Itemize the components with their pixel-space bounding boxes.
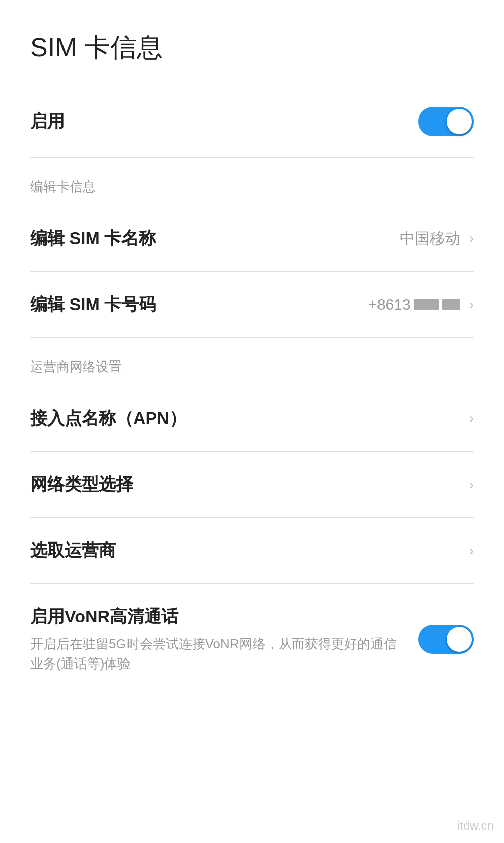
network-type-chevron: › (469, 476, 474, 493)
sim-number-value: +8613 (368, 296, 460, 313)
apn-label: 接入点名称（APN） (30, 407, 186, 430)
sim-name-right: 中国移动 › (400, 228, 474, 249)
apn-right: › (466, 410, 474, 427)
sim-number-right: +8613 › (368, 296, 474, 313)
blur-block-1 (414, 299, 439, 310)
network-type-row[interactable]: 网络类型选择 › (0, 452, 504, 517)
sim-number-row[interactable]: 编辑 SIM 卡号码 +8613 › (0, 272, 504, 337)
page-title: SIM 卡信息 (0, 0, 504, 86)
sim-number-chevron: › (469, 296, 474, 313)
sim-name-value: 中国移动 (400, 228, 460, 249)
carrier-chevron: › (469, 543, 474, 559)
enable-label-container: 启用 (30, 110, 418, 133)
blur-block-2 (442, 299, 460, 310)
vonr-description: 开启后在驻留5G时会尝试连接VoNR网络，从而获得更好的通信业务(通话等)体验 (30, 634, 398, 674)
carrier-left: 选取运营商 (30, 539, 466, 562)
carrier-label: 选取运营商 (30, 539, 116, 562)
edit-section-label: 编辑卡信息 (0, 158, 504, 206)
carrier-right: › (466, 543, 474, 559)
network-type-left: 网络类型选择 (30, 473, 466, 496)
network-type-right: › (466, 476, 474, 493)
enable-toggle-container (418, 107, 474, 136)
enable-label: 启用 (30, 110, 65, 133)
apn-left: 接入点名称（APN） (30, 407, 466, 430)
vonr-row[interactable]: 启用VoNR高清通话 开启后在驻留5G时会尝试连接VoNR网络，从而获得更好的通… (0, 584, 504, 695)
apn-chevron: › (469, 410, 474, 427)
vonr-left: 启用VoNR高清通话 开启后在驻留5G时会尝试连接VoNR网络，从而获得更好的通… (30, 605, 418, 674)
sim-name-chevron: › (469, 230, 474, 247)
sim-name-left: 编辑 SIM 卡名称 (30, 227, 400, 250)
apn-row[interactable]: 接入点名称（APN） › (0, 386, 504, 451)
sim-name-row[interactable]: 编辑 SIM 卡名称 中国移动 › (0, 206, 504, 271)
enable-toggle[interactable] (418, 107, 474, 136)
vonr-toggle[interactable] (418, 625, 474, 654)
vonr-title: 启用VoNR高清通话 (30, 605, 398, 628)
sim-number-label: 编辑 SIM 卡号码 (30, 293, 156, 316)
network-section-label: 运营商网络设置 (0, 338, 504, 386)
phone-prefix: +8613 (368, 296, 410, 313)
sim-number-left: 编辑 SIM 卡号码 (30, 293, 368, 316)
sim-name-label: 编辑 SIM 卡名称 (30, 227, 156, 250)
phone-number-display: +8613 (368, 296, 460, 313)
sim-info-page: SIM 卡信息 启用 编辑卡信息 编辑 SIM 卡名称 中国移动 › 编辑 SI… (0, 0, 504, 843)
watermark: itdw.cn (457, 819, 494, 833)
network-type-label: 网络类型选择 (30, 473, 133, 496)
enable-row[interactable]: 启用 (0, 86, 504, 157)
carrier-row[interactable]: 选取运营商 › (0, 518, 504, 583)
